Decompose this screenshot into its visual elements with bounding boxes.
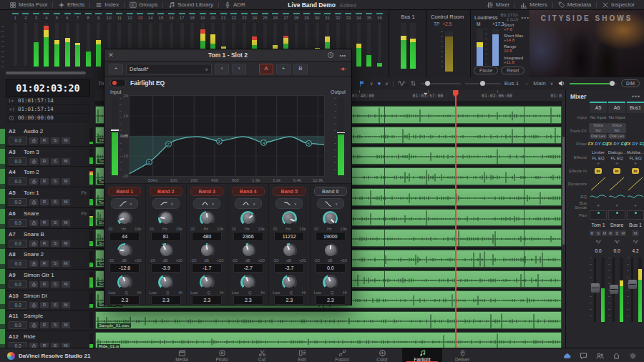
band-q-value[interactable]: 2.3 <box>316 295 346 305</box>
eq-curve-plot[interactable]: 20100dB-10-2050Hz1002004008001.6k3.2k6.4… <box>129 95 325 177</box>
track-gain[interactable]: 0.0 <box>9 301 27 309</box>
pause-button[interactable]: Pause <box>474 67 498 74</box>
mixer-bus-sends-cell[interactable]: + <box>626 201 644 210</box>
page-tab-fairlight[interactable]: Fairlight <box>402 348 442 362</box>
mixer-eq-cell[interactable] <box>589 192 608 201</box>
track-m-button[interactable]: M <box>62 158 70 165</box>
automation-curve-icon[interactable] <box>608 238 626 246</box>
fader-tom-1[interactable] <box>589 256 608 325</box>
speaker-icon[interactable] <box>557 79 565 87</box>
toolbar-button-metadata[interactable]: Metadata <box>553 0 596 10</box>
band-shape-select[interactable]: ∨ <box>235 198 262 209</box>
marker-chevron-icon[interactable]: ∨ <box>385 81 388 86</box>
band-q-value[interactable]: 2.3 <box>151 295 181 305</box>
track-lock-button[interactable] <box>29 199 38 205</box>
band-enable-button[interactable]: Band 5 <box>273 187 306 196</box>
track-gain[interactable]: 0.0 <box>9 137 27 145</box>
fader-value[interactable]: 0.0 <box>589 246 608 255</box>
mixer-dynamics-cell[interactable] <box>626 175 644 192</box>
toolbar-button-effects[interactable]: Effects <box>53 0 89 10</box>
mixer-effects-cell[interactable]: Dialogu…FL EQ+ <box>608 149 626 167</box>
track-r-button[interactable]: R <box>40 322 49 328</box>
band-frequency-value[interactable]: 2366 <box>233 232 263 241</box>
track-gain[interactable]: 0.0 <box>9 342 27 348</box>
q-knob[interactable] <box>240 275 255 290</box>
q-knob[interactable] <box>323 275 338 290</box>
mixer-bus-sends-cell[interactable]: + <box>589 201 608 210</box>
meter-bridge-scrollbar[interactable] <box>6 72 86 74</box>
gain-knob[interactable] <box>117 243 132 258</box>
mixer-menu-icon[interactable]: ••• <box>632 93 640 100</box>
eq-band-handle-2[interactable]: 2 <box>165 141 172 147</box>
band-q-value[interactable]: 2.3 <box>192 295 222 305</box>
track-lock-button[interactable] <box>29 260 38 267</box>
track-header-A9[interactable]: A9Simon Gtr 10.0RSM <box>6 270 95 290</box>
track-m-button[interactable]: M <box>62 302 70 308</box>
home-icon[interactable] <box>613 352 620 360</box>
track-m-button[interactable]: M <box>62 240 70 247</box>
track-lock-button[interactable] <box>29 158 38 165</box>
zoom-horizontal-slider[interactable] <box>465 83 501 84</box>
page-tab-media[interactable]: Media <box>162 348 202 362</box>
track-m-button[interactable]: M <box>62 199 70 205</box>
q-knob[interactable] <box>282 275 297 290</box>
band-enable-button[interactable]: Band 3 <box>190 187 223 196</box>
band-frequency-value[interactable]: 480 <box>192 232 222 241</box>
track-s-button[interactable]: S <box>51 260 59 267</box>
band-gain-value[interactable]: -12.6 <box>109 263 140 273</box>
toolbar-button-index[interactable]: Index <box>90 0 124 10</box>
band-gain-value[interactable]: -3.7 <box>274 263 304 273</box>
toolbar-button-meters[interactable]: Meters <box>515 0 552 10</box>
mixer-input-cell[interactable] <box>626 113 644 122</box>
automation-curve-icon[interactable] <box>589 238 608 246</box>
mixer-order-cell[interactable]: FXDYEQ <box>608 140 626 148</box>
chat-icon[interactable] <box>580 352 587 360</box>
mixer-dynamics-cell[interactable] <box>589 175 608 192</box>
track-lock-button[interactable] <box>29 137 38 144</box>
track-s-button[interactable]: S <box>51 343 59 348</box>
zoom-vertical-slider[interactable] <box>421 83 461 84</box>
mixer-effects-cell[interactable]: LimiterFL EQ+ <box>589 149 608 167</box>
toolbar-button-mixer[interactable]: Mixer <box>482 0 515 10</box>
strip-m-button[interactable]: M <box>620 230 626 236</box>
track-header-A7[interactable]: A7Snare B0.0RSM <box>6 229 95 250</box>
mixer-channel-header-Bus1[interactable]: Bus1 <box>627 102 644 113</box>
track-lock-button[interactable] <box>29 281 38 288</box>
band-enable-button[interactable]: Band 4 <box>232 187 265 196</box>
history-clock-icon[interactable] <box>327 52 334 59</box>
ab-copy-button[interactable]: + <box>276 64 291 74</box>
strip-r-button[interactable]: R <box>590 230 595 236</box>
mixer-input-cell[interactable]: No Input <box>589 113 608 122</box>
monitor-dest-chevron-icon[interactable]: ∨ <box>550 81 553 86</box>
next-preset-button[interactable]: › <box>232 64 246 74</box>
gear-icon[interactable] <box>629 352 637 360</box>
users-icon[interactable] <box>596 352 604 360</box>
mixer-order-cell[interactable]: FXDYEQ <box>589 140 608 148</box>
band-shape-select[interactable]: ∨ <box>317 198 344 209</box>
mixer-dynamics-cell[interactable] <box>608 175 626 192</box>
track-gain[interactable]: 0.0 <box>9 260 27 268</box>
page-tab-cut[interactable]: Cut <box>242 348 282 362</box>
track-r-button[interactable]: R <box>40 302 49 308</box>
band-shape-select[interactable]: ∨ <box>193 198 220 209</box>
track-header-A4[interactable]: A4Tom 20.0RSM <box>6 167 95 187</box>
mixer-bus-sends-cell[interactable]: + <box>608 201 626 210</box>
band-enable-button[interactable]: Band 6 <box>314 187 347 196</box>
track-lock-button[interactable] <box>29 343 38 348</box>
mixer-order-cell[interactable]: FXDYEQ <box>626 140 644 148</box>
band-gain-value[interactable]: -2.7 <box>233 263 263 273</box>
track-r-button[interactable]: R <box>40 240 49 247</box>
band-gain-value[interactable]: -1.7 <box>192 263 222 273</box>
band-enable-button[interactable]: Band 1 <box>108 187 141 196</box>
mixer-trackfx-cell[interactable]: Voice IsoDial Lev <box>589 122 608 140</box>
track-s-button[interactable]: S <box>51 199 59 205</box>
gain-knob[interactable] <box>323 243 338 258</box>
mixer-eq-cell[interactable] <box>626 192 644 201</box>
keyframe-icon[interactable] <box>339 65 347 73</box>
track-r-button[interactable]: R <box>40 281 49 288</box>
track-r-button[interactable]: R <box>40 158 49 165</box>
track-gain[interactable]: 0.0 <box>9 198 27 206</box>
band-enable-button[interactable]: Band 2 <box>150 187 182 196</box>
timeline-overview-strip[interactable] <box>0 129 5 348</box>
band-shape-select[interactable]: ∨ <box>152 198 180 209</box>
